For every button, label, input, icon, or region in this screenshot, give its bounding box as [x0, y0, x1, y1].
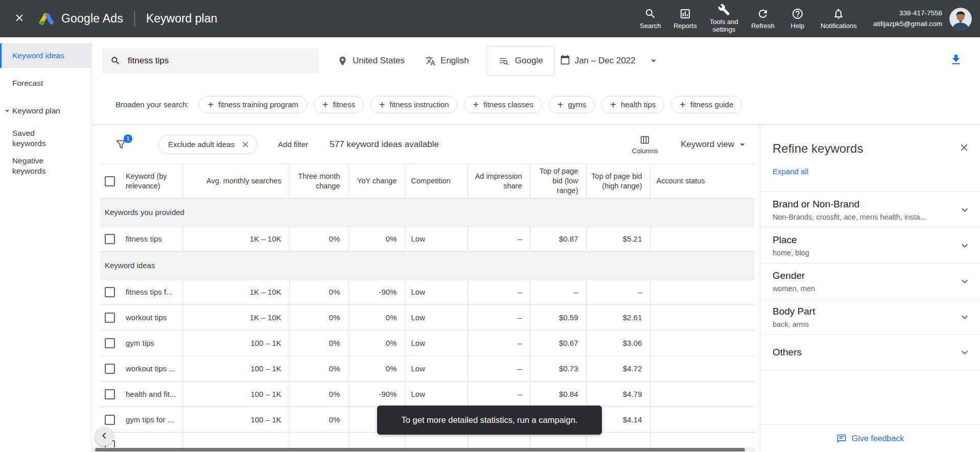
column-header-top-of-page-bid-low-range[interactable]: Top of page bid (low range) — [530, 164, 586, 199]
exclude-adult-ideas-chip[interactable]: Exclude adult ideas — [158, 135, 258, 154]
sidebar: Keyword ideas Forecast Keyword plan Save… — [0, 37, 92, 452]
topbar-refresh-button[interactable]: Refresh — [747, 6, 779, 32]
cell-yoy: 0% — [348, 330, 405, 356]
sidebar-item-forecast[interactable]: Forecast — [0, 71, 91, 96]
topbar-notifications-button[interactable]: Notifications — [816, 6, 861, 32]
table-toolbar: 1 Exclude adult ideas Add filter 577 key… — [92, 125, 760, 163]
topbar-help-button[interactable]: Help — [782, 6, 813, 32]
google-ads-logo — [39, 12, 54, 26]
refine-keywords-panel: Refine keywords Expand all Brand or Non-… — [760, 125, 980, 452]
date-range-selector[interactable]: Jan – Dec 2022 — [560, 55, 660, 67]
cell-yoy: -90% — [348, 382, 405, 407]
columns-button[interactable]: Columns — [632, 134, 658, 155]
language-selector[interactable]: English — [425, 56, 469, 66]
avatar[interactable] — [949, 8, 972, 30]
remove-filter-icon[interactable] — [241, 140, 250, 149]
column-header-keyword-by-relevance[interactable]: Keyword (by relevance) — [125, 164, 183, 199]
plus-icon: + — [379, 100, 385, 110]
row-checkbox[interactable] — [105, 389, 115, 399]
row-checkbox[interactable] — [105, 287, 115, 297]
account-info: 338-417-7558 atifijazpk5@gmail.com — [873, 8, 942, 29]
close-button[interactable] — [8, 8, 31, 30]
chevron-down-icon — [959, 204, 971, 216]
topbar-nav: Search Reports Tools and settings Refres… — [635, 2, 861, 36]
column-header-account-status[interactable]: Account status — [650, 164, 755, 199]
cell-yoy: -90% — [348, 279, 405, 305]
cell-yoy: 0% — [348, 356, 405, 382]
row-checkbox[interactable] — [105, 364, 115, 374]
add-filter-button[interactable]: Add filter — [278, 140, 308, 149]
refine-section-brand-or-non-brand[interactable]: Brand or Non-Brand Non-Brands, crossfit,… — [760, 192, 980, 228]
refine-section-body-part[interactable]: Body Part back, arms — [760, 299, 980, 335]
row-checkbox[interactable] — [105, 313, 115, 323]
cell-impression: – — [468, 382, 530, 407]
cell-keyword: workout tips — [125, 305, 183, 330]
topbar-tools-and-settings-button[interactable]: Tools and settings — [704, 2, 744, 36]
scrollbar-thumb[interactable] — [95, 448, 745, 451]
broaden-chip-fitness-instruction[interactable]: + fitness instruction — [370, 96, 458, 113]
table-row: gym tips100 – 1K0%0%Low–$0.67$3.06 — [100, 330, 755, 356]
cell-three-month: 0% — [289, 330, 348, 356]
cell-competition: Low — [405, 279, 468, 305]
close-icon — [14, 12, 25, 26]
cell-impression: – — [468, 226, 530, 252]
column-header-competition[interactable]: Competition — [405, 164, 468, 199]
column-header-ad-impression-share[interactable]: Ad impression share — [468, 164, 530, 199]
refine-close-button[interactable] — [959, 142, 970, 155]
topbar-search-button[interactable]: Search — [635, 6, 666, 32]
keyword-view-selector[interactable]: Keyword view — [681, 138, 749, 151]
cell-status — [650, 407, 755, 433]
row-checkbox[interactable] — [105, 338, 115, 348]
broaden-chip-fitness-classes[interactable]: + fitness classes — [464, 96, 542, 113]
cell-searches: 1K – 10K — [183, 279, 289, 305]
give-feedback-button[interactable]: Give feedback — [760, 424, 980, 452]
search-query-text: fitness tips — [128, 56, 169, 66]
broaden-chip-fitness[interactable]: + fitness — [314, 96, 364, 113]
content-row: 1 Exclude adult ideas Add filter 577 key… — [92, 125, 980, 452]
row-checkbox[interactable] — [105, 415, 115, 425]
table-row: health and fit...100 – 1K0%-90%Low–$0.84… — [100, 382, 755, 407]
filter-button[interactable]: 1 — [114, 138, 128, 151]
sidebar-item-keyword-ideas[interactable]: Keyword ideas — [0, 43, 91, 68]
column-header-three-month-change[interactable]: Three month change — [289, 164, 348, 199]
plus-icon: + — [322, 100, 329, 110]
plus-icon: + — [680, 100, 686, 110]
broaden-chip-fitness-guide[interactable]: + fitness guide — [671, 96, 742, 113]
keyword-ideas-count: 577 keyword ideas available — [330, 139, 439, 150]
refresh-icon — [757, 8, 769, 20]
keyword-search-input[interactable]: fitness tips — [102, 49, 319, 74]
table-row: fitness tips f...1K – 10K0%-90%Low––– — [100, 279, 755, 305]
table-scroll-left-button[interactable] — [95, 427, 113, 446]
column-header-avg-monthly-searches[interactable]: Avg. monthly searches — [183, 164, 289, 199]
refine-section-others[interactable]: Others — [760, 335, 980, 370]
expand-all-link[interactable]: Expand all — [773, 167, 808, 176]
table-header-row: Keyword (by relevance)Avg. monthly searc… — [100, 164, 755, 199]
broaden-chip-gyms[interactable]: + gyms — [549, 96, 595, 113]
column-header-top-of-page-bid-high-range[interactable]: Top of page bid (high range) — [586, 164, 650, 199]
broaden-chip-fitness-training-program[interactable]: + fitness training program — [199, 96, 307, 113]
row-checkbox[interactable] — [105, 234, 115, 244]
cell-high-bid: $3.06 — [586, 330, 650, 356]
sidebar-item-keyword-plan[interactable]: Keyword plan — [0, 99, 91, 123]
location-pin-icon — [337, 56, 348, 66]
download-icon — [949, 53, 963, 68]
cell-searches: 100 – 1K — [183, 407, 289, 433]
header-checkbox-cell — [100, 164, 125, 199]
topbar-reports-button[interactable]: Reports — [669, 6, 701, 32]
broaden-chip-health-tips[interactable]: + health tips — [601, 96, 664, 113]
select-all-checkbox[interactable] — [105, 176, 115, 186]
network-selector[interactable]: Google — [486, 46, 555, 76]
refine-section-place[interactable]: Place home, blog — [760, 228, 980, 264]
download-button[interactable] — [949, 53, 963, 68]
sidebar-item-saved-keywords[interactable]: Saved keywords — [0, 126, 91, 151]
cell-status — [650, 382, 755, 407]
arrow-drop-down-icon — [2, 106, 12, 116]
table-row: fitness tips1K – 10K0%0%Low–$0.87$5.21 — [100, 226, 755, 252]
sidebar-item-negative-keywords[interactable]: Negative keywords — [0, 154, 91, 178]
column-header-yoy-change[interactable]: YoY change — [348, 164, 405, 199]
refine-section-gender[interactable]: Gender women, men — [760, 264, 980, 299]
cell-yoy: 0% — [348, 305, 405, 330]
refine-panel-header: Refine keywords Expand all — [760, 125, 980, 192]
cell-high-bid: $2.61 — [586, 305, 650, 330]
location-selector[interactable]: United States — [337, 56, 405, 66]
